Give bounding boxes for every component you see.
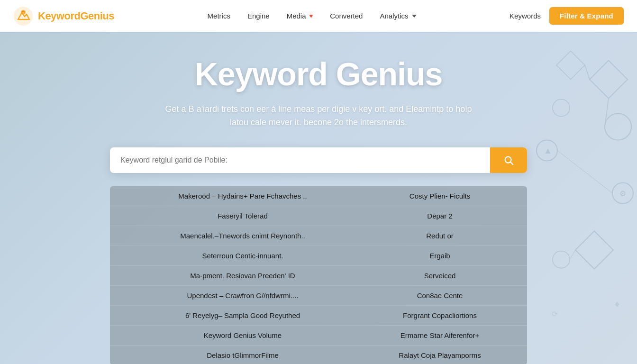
result-left: Upendest – Crawfron G//nfdwrmi.... (121, 291, 364, 300)
result-left: Delasio tGlimmorFilme (121, 351, 364, 359)
svg-point-1 (21, 10, 26, 15)
svg-point-0 (14, 7, 33, 26)
table-row: Upendest – Crawfron G//nfdwrmi.... Con8a… (110, 286, 527, 306)
hero-section: ▲ ⚙ ♦ ⟳ Keyword Genius Get a B a'iardi t… (0, 32, 637, 364)
logo-icon (13, 6, 33, 26)
nav-media[interactable]: Media ♥ (287, 12, 313, 20)
result-right: Costy Plien- Ficults (364, 192, 516, 200)
result-right: Ergaib (364, 252, 516, 260)
keywords-link[interactable]: Keywords (510, 12, 541, 20)
table-row: Ma-pment. Resiovan Preeden' ID Serveiced (110, 266, 527, 286)
hero-subtitle: Get a B a'iardi trets con eer á line mea… (157, 103, 480, 129)
table-row: Faseryil Tolerad Depar 2 (110, 206, 527, 226)
nav-metrics[interactable]: Metrics (208, 12, 230, 20)
table-row: Maencalel.–Tnewords cnimt Reynonth.. Red… (110, 226, 527, 246)
result-right: Redut or (364, 232, 516, 240)
nav-engine[interactable]: Engine (247, 12, 270, 20)
logo[interactable]: KeywordGenius (13, 6, 114, 26)
result-left: Ma-pment. Resiovan Preeden' ID (121, 272, 364, 280)
cta-button[interactable]: Filter & Expand (549, 7, 624, 25)
chevron-down-icon (412, 15, 417, 18)
result-left: Seterroun Centic-innuant. (121, 252, 364, 260)
heart-icon: ♥ (309, 12, 313, 19)
result-left: Faseryil Tolerad (121, 212, 364, 220)
result-left: Keyword Genius Volume (121, 331, 364, 339)
nav-links: Metrics Engine Media ♥ Converted Analyti… (208, 12, 417, 20)
table-row: Makerood – Hydains+ Pare Fchavches .. Co… (110, 186, 527, 206)
result-right: Con8ae Cente (364, 291, 516, 300)
logo-text: KeywordGenius (38, 10, 114, 22)
nav-analytics[interactable]: Analytics (380, 12, 416, 20)
result-right: Depar 2 (364, 212, 516, 220)
result-right: Serveiced (364, 272, 516, 280)
result-left: Maencalel.–Tnewords cnimt Reynonth.. (121, 232, 364, 240)
table-row: Seterroun Centic-innuant. Ergaib (110, 246, 527, 266)
svg-line-19 (510, 162, 513, 164)
search-bar (110, 147, 527, 173)
result-right: Forgrant Copacliortions (364, 311, 516, 319)
result-right: Ermarne Star Aiferenfor+ (364, 331, 516, 339)
hero-content: Keyword Genius Get a B a'iardi trets con… (9, 55, 628, 364)
table-row: Keyword Genius Volume Ermarne Star Aifer… (110, 326, 527, 346)
results-table: Makerood – Hydains+ Pare Fchavches .. Co… (110, 186, 527, 364)
hero-title: Keyword Genius (9, 55, 628, 92)
nav-converted[interactable]: Converted (330, 12, 363, 20)
nav-right: Keywords Filter & Expand (510, 7, 624, 25)
table-row: 6' Reyelyg– Sampla Good Reyuthed Forgran… (110, 306, 527, 326)
search-icon (503, 155, 514, 165)
search-button[interactable] (490, 147, 527, 173)
table-row: Delasio tGlimmorFilme Ralayt Coja Playam… (110, 346, 527, 364)
navbar: KeywordGenius Metrics Engine Media ♥ Con… (0, 0, 637, 32)
search-input[interactable] (110, 147, 490, 173)
result-left: Makerood – Hydains+ Pare Fchavches .. (121, 192, 364, 200)
result-right: Ralayt Coja Playamporms (364, 351, 516, 359)
result-left: 6' Reyelyg– Sampla Good Reyuthed (121, 311, 364, 319)
